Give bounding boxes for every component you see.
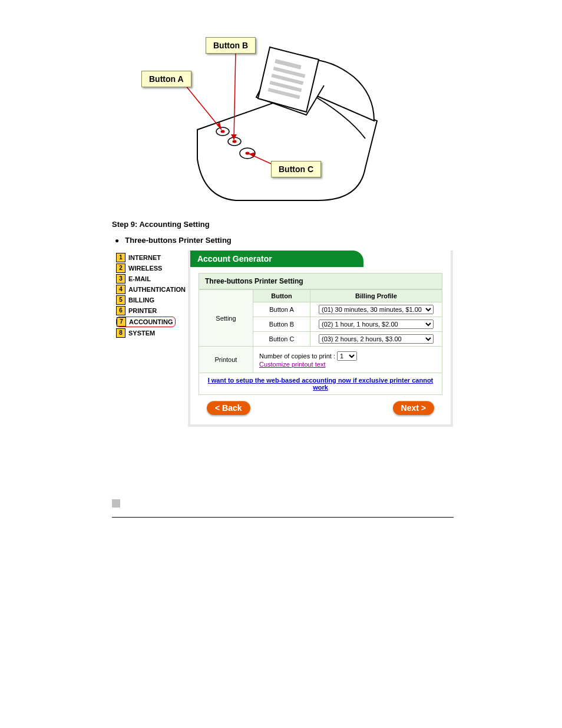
step-number: 7 [117, 317, 126, 327]
web-accounting-link[interactable]: I want to setup the web-based accounting… [199, 373, 442, 394]
profile-select-c[interactable]: (03) 2 hours, 2 hours, $3.00 [319, 334, 434, 344]
sidebar-item-billing[interactable]: 5 BILLING [116, 295, 186, 305]
printout-group-label: Printout [199, 347, 253, 373]
copies-label: Number of copies to print : [259, 353, 335, 360]
sidebar-item-system[interactable]: 8 SYSTEM [116, 328, 186, 338]
sidebar-item-internet[interactable]: 1 INTERNET [116, 253, 186, 262]
profile-select-b[interactable]: (02) 1 hour, 1 hours, $2.00 [319, 319, 434, 329]
sidebar-item-label: E-MAIL [128, 275, 151, 282]
svg-point-10 [246, 152, 250, 155]
setting-group-label: Setting [199, 290, 253, 347]
footer-rule [112, 517, 454, 518]
cell-button: Button B [253, 317, 310, 332]
panel-tab: Account Generator [190, 251, 363, 267]
cell-profile: (01) 30 minutes, 30 minutes, $1.00 [310, 302, 442, 317]
cell-button: Button A [253, 302, 310, 317]
profile-select-a[interactable]: (01) 30 minutes, 30 minutes, $1.00 [319, 305, 434, 314]
sidebar-item-label: ACCOUNTING [129, 318, 173, 325]
sidebar-item-printer[interactable]: 6 PRINTER [116, 306, 186, 315]
step-number: 8 [116, 328, 125, 338]
sidebar-item-wireless[interactable]: 2 WIRELESS [116, 263, 186, 273]
sidebar-item-label: INTERNET [128, 254, 161, 261]
customize-printout-link[interactable]: Customize printout text [259, 361, 326, 368]
sidebar-item-label: AUTHENTICATION [128, 286, 186, 293]
printer-diagram: Button A Button B Button C [112, 27, 454, 209]
col-profile: Billing Profile [310, 290, 442, 302]
sidebar-item-label: PRINTER [128, 307, 157, 314]
section-title: Three-buttons Printer Setting [199, 273, 442, 289]
sidebar-item-authentication[interactable]: 4 AUTHENTICATION [116, 285, 186, 294]
step-number: 1 [116, 253, 125, 262]
sidebar-item-accounting[interactable]: 7 ACCOUNTING [116, 317, 186, 327]
step-heading: Step 9: Accounting Setting [112, 220, 210, 229]
callout-button-b: Button B [206, 37, 256, 54]
step-number: 4 [116, 285, 125, 294]
sidebar-item-label: WIRELESS [128, 265, 162, 272]
callout-button-c: Button C [271, 161, 321, 177]
step-number: 2 [116, 263, 125, 273]
cell-button: Button C [253, 332, 310, 347]
cell-profile: (02) 1 hour, 1 hours, $2.00 [310, 317, 442, 332]
cell-profile: (03) 2 hours, 2 hours, $3.00 [310, 332, 442, 347]
sidebar-item-label: BILLING [128, 297, 154, 304]
sidebar-item-label: SYSTEM [128, 330, 155, 337]
svg-line-11 [183, 82, 222, 130]
callout-button-a: Button A [141, 71, 191, 87]
wizard-sidebar: 1 INTERNET 2 WIRELESS 3 E-MAIL 4 AUTHENT… [115, 251, 187, 427]
back-button[interactable]: < Back [207, 401, 250, 415]
next-button[interactable]: Next > [393, 401, 434, 415]
svg-point-9 [233, 140, 237, 143]
section-bullet: Three-buttons Printer Setting [115, 236, 232, 245]
svg-point-8 [221, 130, 225, 133]
account-generator-panel: Account Generator Three-buttons Printer … [188, 251, 453, 427]
settings-table: Setting Button Billing Profile Button A … [199, 289, 442, 395]
copies-select[interactable]: 1 [337, 351, 357, 361]
step-number: 3 [116, 274, 125, 284]
sidebar-item-email[interactable]: 3 E-MAIL [116, 274, 186, 284]
footer-marker [112, 499, 120, 508]
col-button: Button [253, 290, 310, 302]
step-number: 5 [116, 295, 125, 305]
step-number: 6 [116, 306, 125, 315]
